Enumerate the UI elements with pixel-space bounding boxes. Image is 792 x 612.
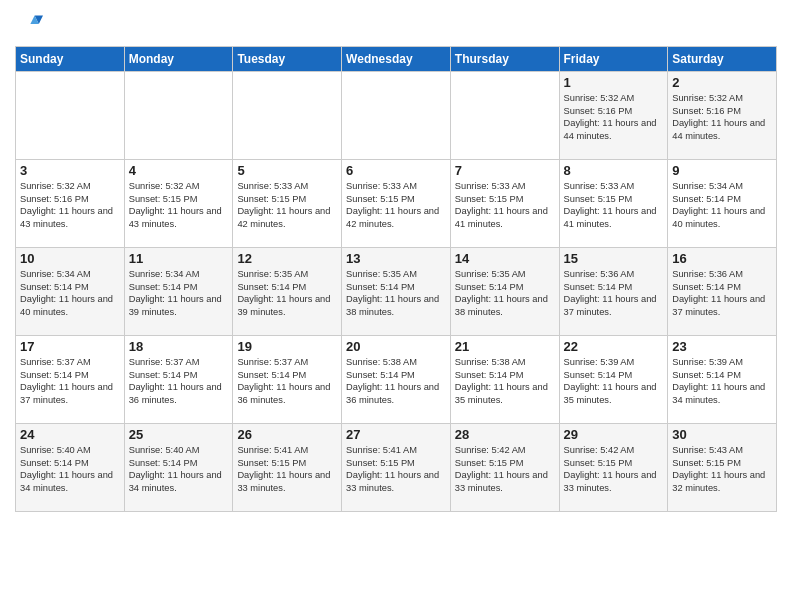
day-info: Sunrise: 5:32 AM Sunset: 5:16 PM Dayligh… (564, 92, 664, 142)
calendar-cell: 7Sunrise: 5:33 AM Sunset: 5:15 PM Daylig… (450, 160, 559, 248)
day-number: 28 (455, 427, 555, 442)
weekday-header-sunday: Sunday (16, 47, 125, 72)
day-number: 23 (672, 339, 772, 354)
weekday-header-tuesday: Tuesday (233, 47, 342, 72)
calendar-week-4: 17Sunrise: 5:37 AM Sunset: 5:14 PM Dayli… (16, 336, 777, 424)
day-number: 1 (564, 75, 664, 90)
calendar-cell: 22Sunrise: 5:39 AM Sunset: 5:14 PM Dayli… (559, 336, 668, 424)
day-number: 8 (564, 163, 664, 178)
day-info: Sunrise: 5:33 AM Sunset: 5:15 PM Dayligh… (564, 180, 664, 230)
day-info: Sunrise: 5:34 AM Sunset: 5:14 PM Dayligh… (129, 268, 229, 318)
calendar-cell: 5Sunrise: 5:33 AM Sunset: 5:15 PM Daylig… (233, 160, 342, 248)
calendar-cell (124, 72, 233, 160)
day-info: Sunrise: 5:41 AM Sunset: 5:15 PM Dayligh… (346, 444, 446, 494)
day-number: 24 (20, 427, 120, 442)
calendar-cell: 10Sunrise: 5:34 AM Sunset: 5:14 PM Dayli… (16, 248, 125, 336)
day-info: Sunrise: 5:36 AM Sunset: 5:14 PM Dayligh… (564, 268, 664, 318)
calendar-cell: 26Sunrise: 5:41 AM Sunset: 5:15 PM Dayli… (233, 424, 342, 512)
day-info: Sunrise: 5:33 AM Sunset: 5:15 PM Dayligh… (237, 180, 337, 230)
day-number: 18 (129, 339, 229, 354)
day-number: 22 (564, 339, 664, 354)
logo (15, 10, 47, 38)
day-info: Sunrise: 5:40 AM Sunset: 5:14 PM Dayligh… (20, 444, 120, 494)
weekday-header-thursday: Thursday (450, 47, 559, 72)
calendar-week-3: 10Sunrise: 5:34 AM Sunset: 5:14 PM Dayli… (16, 248, 777, 336)
calendar-cell (233, 72, 342, 160)
day-number: 25 (129, 427, 229, 442)
weekday-header-wednesday: Wednesday (342, 47, 451, 72)
day-info: Sunrise: 5:32 AM Sunset: 5:16 PM Dayligh… (672, 92, 772, 142)
logo-icon (15, 10, 43, 38)
weekday-header-monday: Monday (124, 47, 233, 72)
day-number: 13 (346, 251, 446, 266)
day-number: 6 (346, 163, 446, 178)
weekday-header-row: SundayMondayTuesdayWednesdayThursdayFrid… (16, 47, 777, 72)
calendar-cell: 19Sunrise: 5:37 AM Sunset: 5:14 PM Dayli… (233, 336, 342, 424)
day-number: 10 (20, 251, 120, 266)
calendar-cell: 15Sunrise: 5:36 AM Sunset: 5:14 PM Dayli… (559, 248, 668, 336)
calendar-cell (450, 72, 559, 160)
day-number: 15 (564, 251, 664, 266)
day-number: 5 (237, 163, 337, 178)
calendar-cell: 6Sunrise: 5:33 AM Sunset: 5:15 PM Daylig… (342, 160, 451, 248)
weekday-header-saturday: Saturday (668, 47, 777, 72)
day-info: Sunrise: 5:34 AM Sunset: 5:14 PM Dayligh… (672, 180, 772, 230)
calendar-week-2: 3Sunrise: 5:32 AM Sunset: 5:16 PM Daylig… (16, 160, 777, 248)
day-info: Sunrise: 5:35 AM Sunset: 5:14 PM Dayligh… (237, 268, 337, 318)
calendar-week-1: 1Sunrise: 5:32 AM Sunset: 5:16 PM Daylig… (16, 72, 777, 160)
day-number: 12 (237, 251, 337, 266)
calendar-cell: 2Sunrise: 5:32 AM Sunset: 5:16 PM Daylig… (668, 72, 777, 160)
day-number: 9 (672, 163, 772, 178)
day-number: 21 (455, 339, 555, 354)
calendar-cell: 4Sunrise: 5:32 AM Sunset: 5:15 PM Daylig… (124, 160, 233, 248)
day-number: 16 (672, 251, 772, 266)
day-info: Sunrise: 5:34 AM Sunset: 5:14 PM Dayligh… (20, 268, 120, 318)
day-info: Sunrise: 5:39 AM Sunset: 5:14 PM Dayligh… (564, 356, 664, 406)
day-number: 20 (346, 339, 446, 354)
day-number: 19 (237, 339, 337, 354)
day-number: 4 (129, 163, 229, 178)
day-info: Sunrise: 5:37 AM Sunset: 5:14 PM Dayligh… (20, 356, 120, 406)
calendar-cell: 27Sunrise: 5:41 AM Sunset: 5:15 PM Dayli… (342, 424, 451, 512)
calendar-cell (16, 72, 125, 160)
calendar-cell: 11Sunrise: 5:34 AM Sunset: 5:14 PM Dayli… (124, 248, 233, 336)
weekday-header-friday: Friday (559, 47, 668, 72)
day-number: 30 (672, 427, 772, 442)
day-info: Sunrise: 5:38 AM Sunset: 5:14 PM Dayligh… (346, 356, 446, 406)
calendar-cell: 3Sunrise: 5:32 AM Sunset: 5:16 PM Daylig… (16, 160, 125, 248)
page: SundayMondayTuesdayWednesdayThursdayFrid… (0, 0, 792, 522)
calendar-cell: 8Sunrise: 5:33 AM Sunset: 5:15 PM Daylig… (559, 160, 668, 248)
day-info: Sunrise: 5:37 AM Sunset: 5:14 PM Dayligh… (129, 356, 229, 406)
day-info: Sunrise: 5:42 AM Sunset: 5:15 PM Dayligh… (564, 444, 664, 494)
day-info: Sunrise: 5:36 AM Sunset: 5:14 PM Dayligh… (672, 268, 772, 318)
calendar-cell: 13Sunrise: 5:35 AM Sunset: 5:14 PM Dayli… (342, 248, 451, 336)
calendar-cell: 30Sunrise: 5:43 AM Sunset: 5:15 PM Dayli… (668, 424, 777, 512)
calendar-table: SundayMondayTuesdayWednesdayThursdayFrid… (15, 46, 777, 512)
calendar-week-5: 24Sunrise: 5:40 AM Sunset: 5:14 PM Dayli… (16, 424, 777, 512)
day-info: Sunrise: 5:43 AM Sunset: 5:15 PM Dayligh… (672, 444, 772, 494)
calendar-cell: 21Sunrise: 5:38 AM Sunset: 5:14 PM Dayli… (450, 336, 559, 424)
day-number: 2 (672, 75, 772, 90)
day-info: Sunrise: 5:35 AM Sunset: 5:14 PM Dayligh… (455, 268, 555, 318)
calendar-cell: 14Sunrise: 5:35 AM Sunset: 5:14 PM Dayli… (450, 248, 559, 336)
calendar-cell: 17Sunrise: 5:37 AM Sunset: 5:14 PM Dayli… (16, 336, 125, 424)
day-number: 3 (20, 163, 120, 178)
day-info: Sunrise: 5:33 AM Sunset: 5:15 PM Dayligh… (346, 180, 446, 230)
day-info: Sunrise: 5:40 AM Sunset: 5:14 PM Dayligh… (129, 444, 229, 494)
calendar-cell: 25Sunrise: 5:40 AM Sunset: 5:14 PM Dayli… (124, 424, 233, 512)
day-info: Sunrise: 5:32 AM Sunset: 5:16 PM Dayligh… (20, 180, 120, 230)
calendar-cell (342, 72, 451, 160)
day-info: Sunrise: 5:37 AM Sunset: 5:14 PM Dayligh… (237, 356, 337, 406)
day-info: Sunrise: 5:39 AM Sunset: 5:14 PM Dayligh… (672, 356, 772, 406)
day-info: Sunrise: 5:32 AM Sunset: 5:15 PM Dayligh… (129, 180, 229, 230)
day-number: 11 (129, 251, 229, 266)
day-number: 29 (564, 427, 664, 442)
day-info: Sunrise: 5:41 AM Sunset: 5:15 PM Dayligh… (237, 444, 337, 494)
calendar-cell: 28Sunrise: 5:42 AM Sunset: 5:15 PM Dayli… (450, 424, 559, 512)
day-info: Sunrise: 5:35 AM Sunset: 5:14 PM Dayligh… (346, 268, 446, 318)
day-info: Sunrise: 5:42 AM Sunset: 5:15 PM Dayligh… (455, 444, 555, 494)
day-number: 27 (346, 427, 446, 442)
day-number: 14 (455, 251, 555, 266)
day-number: 17 (20, 339, 120, 354)
day-info: Sunrise: 5:38 AM Sunset: 5:14 PM Dayligh… (455, 356, 555, 406)
